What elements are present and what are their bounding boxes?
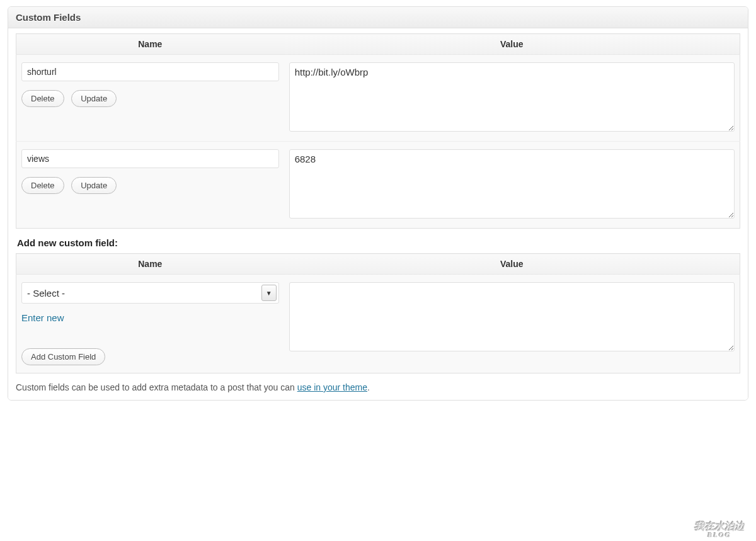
footer-text-end: .: [367, 382, 370, 392]
add-custom-field-button[interactable]: Add Custom Field: [21, 348, 105, 365]
delete-button[interactable]: Delete: [21, 177, 64, 194]
update-button[interactable]: Update: [71, 90, 117, 107]
col-header-value: Value: [284, 254, 740, 275]
panel-header: Custom Fields: [8, 7, 748, 28]
watermark: 我在水泊边 BLOG: [694, 521, 745, 538]
use-in-theme-link[interactable]: use in your theme: [297, 382, 367, 392]
footer-text: Custom fields can be used to add extra m…: [16, 382, 297, 392]
col-header-value: Value: [284, 34, 740, 55]
footer-note: Custom fields can be used to add extra m…: [16, 382, 740, 392]
custom-fields-table: Name Value Delete Update: [16, 33, 740, 229]
delete-button[interactable]: Delete: [21, 90, 64, 107]
new-field-value-textarea[interactable]: [289, 282, 735, 351]
field-value-textarea[interactable]: http://bit.ly/oWbrp: [289, 62, 735, 132]
field-name-input[interactable]: [21, 62, 279, 81]
col-header-name: Name: [16, 34, 284, 55]
panel-title: Custom Fields: [16, 12, 740, 23]
panel-body: Name Value Delete Update: [8, 33, 748, 400]
col-header-name: Name: [16, 254, 284, 275]
table-row: Delete Update http://bit.ly/oWbrp: [16, 55, 740, 142]
add-field-table: Name Value - Select - ▼: [16, 253, 740, 373]
table-row: - Select - ▼ Enter new Add Custom Field: [16, 275, 740, 373]
table-row: Delete Update 6828: [16, 142, 740, 229]
field-name-select[interactable]: - Select -: [21, 282, 279, 304]
enter-new-link[interactable]: Enter new: [21, 312, 64, 323]
field-name-input[interactable]: [21, 149, 279, 168]
update-button[interactable]: Update: [71, 177, 117, 194]
add-new-heading: Add new custom field:: [17, 237, 740, 248]
field-value-textarea[interactable]: 6828: [289, 149, 735, 219]
custom-fields-panel: Custom Fields Name Value Delete: [8, 6, 748, 401]
